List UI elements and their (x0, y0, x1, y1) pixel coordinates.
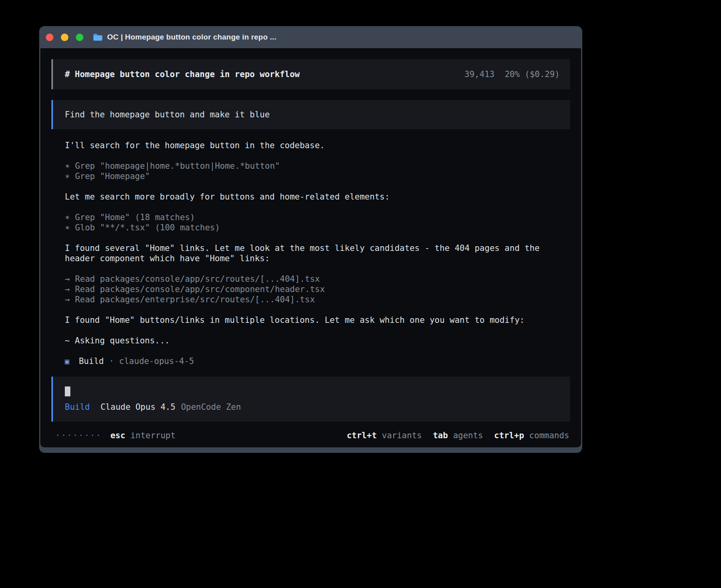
status-bar-right: ctrl+t variants tab agents ctrl+p comman… (347, 430, 569, 441)
shortcut-variants: ctrl+t variants (347, 430, 422, 441)
read-arrow-icon: → (65, 294, 70, 305)
shortcut-key: esc (110, 430, 125, 441)
prompt-input-line[interactable] (65, 386, 560, 396)
session-header: # Homepage button color change in repo w… (51, 59, 570, 89)
input-mode-line: Build Claude Opus 4.5 OpenCode Zen (65, 402, 560, 412)
tool-call-text: Read packages/enterprise/src/routes/[...… (75, 294, 315, 305)
tool-call-text: Grep "Homepage" (75, 171, 150, 181)
read-tool-call: → Read packages/enterprise/src/routes/[.… (65, 294, 561, 305)
tool-call-group-broad: ∗ Grep "Home" (18 matches) ∗ Glob "**/*.… (65, 212, 561, 233)
read-tool-call: → Read packages/console/app/src/routes/[… (65, 274, 561, 284)
shortcut-label: variants (382, 430, 422, 441)
traffic-lights (46, 34, 83, 41)
agent-status-line: ▣ Build · claude-opus-4-5 (65, 356, 561, 366)
shortcut-label: commands (529, 430, 569, 441)
read-arrow-icon: → (65, 274, 70, 284)
tool-call-text: Read packages/console/app/src/component/… (75, 284, 325, 294)
read-tool-call: → Read packages/console/app/src/componen… (65, 284, 561, 294)
provider-label: OpenCode Zen (181, 402, 241, 412)
tool-pending-icon: ∗ (65, 212, 70, 222)
prompt-input[interactable]: Build Claude Opus 4.5 OpenCode Zen (51, 377, 570, 422)
grep-tool-call: ∗ Grep "Homepage" (65, 171, 561, 181)
window-title: OC | Homepage button color change in rep… (107, 33, 276, 41)
agent-mode-label: Build (65, 402, 90, 412)
tool-call-group-read: → Read packages/console/app/src/routes/[… (65, 274, 561, 305)
tool-call-text: Glob "**/*.tsx" (100 matches) (75, 222, 220, 233)
window-titlebar[interactable]: OC | Homepage button color change in rep… (40, 26, 581, 48)
tool-call-text: Read packages/console/app/src/routes/[..… (75, 274, 320, 284)
glob-tool-call: ∗ Glob "**/*.tsx" (100 matches) (65, 222, 561, 233)
shortcut-key: ctrl+p (494, 430, 524, 441)
shortcut-key: tab (433, 430, 448, 441)
assistant-text: I found several "Home" links. Let me loo… (65, 243, 559, 264)
agent-name: Build (79, 356, 104, 366)
separator-dot: · (109, 356, 114, 366)
spinner-dots-icon: ········ (55, 430, 102, 441)
status-bar-left: ········ esc interrupt (55, 430, 176, 441)
shortcut-key: ctrl+t (347, 430, 377, 441)
tool-call-text: Grep "Home" (18 matches) (75, 212, 195, 222)
agent-model: claude-opus-4-5 (119, 356, 194, 366)
grep-tool-call: ∗ Grep "homepage|home.*button|Home.*butt… (65, 161, 561, 171)
tool-call-text: Grep "homepage|home.*button|Home.*button… (75, 161, 280, 171)
model-label: Claude Opus 4.5 (100, 402, 176, 412)
shortcut-agents: tab agents (433, 430, 483, 441)
grep-tool-call: ∗ Grep "Home" (18 matches) (65, 212, 561, 222)
folder-icon (93, 33, 103, 41)
close-button[interactable] (46, 34, 53, 41)
minimize-button[interactable] (61, 34, 68, 41)
read-arrow-icon: → (65, 284, 70, 294)
shortcut-label: agents (453, 430, 483, 441)
terminal-content: # Homepage button color change in repo w… (40, 48, 581, 447)
text-cursor (65, 386, 70, 396)
tool-pending-icon: ∗ (65, 171, 70, 181)
shortcut-interrupt: esc interrupt (110, 430, 176, 441)
user-message: Find the homepage button and make it blu… (51, 100, 570, 129)
session-title: # Homepage button color change in repo w… (65, 69, 300, 79)
zoom-button[interactable] (76, 34, 83, 41)
context-usage: 20% ($0.29) (505, 69, 560, 79)
token-count: 39,413 (464, 69, 495, 79)
terminal-window: OC | Homepage button color change in rep… (39, 26, 582, 453)
working-status: ~ Asking questions... (65, 335, 561, 346)
assistant-text: Let me search more broadly for buttons a… (65, 192, 559, 202)
tool-pending-icon: ∗ (65, 222, 70, 233)
assistant-text: I found "Home" buttons/links in multiple… (65, 315, 559, 325)
agent-mode-icon: ▣ (65, 356, 69, 366)
tool-call-group-search: ∗ Grep "homepage|home.*button|Home.*butt… (65, 161, 561, 181)
status-bar: ········ esc interrupt ctrl+t variants t… (51, 422, 570, 441)
tool-pending-icon: ∗ (65, 161, 70, 171)
shortcut-label: interrupt (130, 430, 176, 441)
assistant-text: I'll search for the homepage button in t… (65, 140, 559, 151)
session-stats: 39,413 20% ($0.29) (464, 69, 560, 79)
shortcut-commands: ctrl+p commands (494, 430, 569, 441)
desktop-background: OC | Homepage button color change in rep… (0, 0, 721, 588)
user-message-text: Find the homepage button and make it blu… (65, 110, 270, 119)
assistant-transcript: I'll search for the homepage button in t… (51, 129, 561, 366)
